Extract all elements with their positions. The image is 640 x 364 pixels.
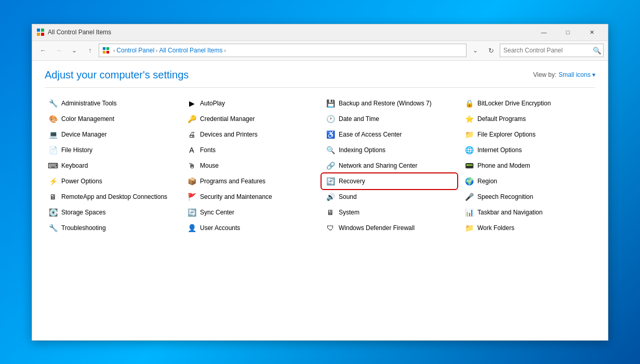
- panel-item-user-accounts[interactable]: 👤 User Accounts: [183, 221, 318, 235]
- divider: [45, 87, 595, 88]
- item-icon: ⭐: [464, 114, 474, 124]
- panel-item-network-and-sharing-center[interactable]: 🔗 Network and Sharing Center: [322, 158, 457, 173]
- item-icon: 📊: [464, 207, 474, 218]
- panel-item-power-options[interactable]: ⚡ Power Options: [45, 174, 179, 188]
- panel-item-devices-and-printers[interactable]: 🖨 Devices and Printers: [183, 127, 318, 142]
- item-icon: ⌨: [48, 160, 58, 171]
- item-label: Internet Options: [477, 146, 522, 154]
- panel-item-backup-and-restore-windows-7[interactable]: 💾 Backup and Restore (Windows 7): [322, 96, 457, 111]
- panel-item-mouse[interactable]: 🖱 Mouse: [183, 158, 318, 173]
- panel-item-ease-of-access-center[interactable]: ♿ Ease of Access Center: [322, 127, 457, 142]
- item-label: Backup and Restore (Windows 7): [339, 100, 432, 107]
- panel-item-programs-and-features[interactable]: 📦 Programs and Features: [183, 174, 318, 188]
- back-button[interactable]: ←: [36, 44, 50, 57]
- panel-item-recovery[interactable]: 🔄 Recovery: [322, 174, 457, 188]
- item-icon: 🛡: [325, 223, 336, 233]
- panel-item-file-explorer-options[interactable]: 📁 File Explorer Options: [461, 127, 595, 142]
- item-icon: 🔄: [186, 207, 197, 218]
- panel-item-system[interactable]: 🖥 System: [322, 205, 457, 220]
- item-label: Phone and Modem: [477, 162, 530, 169]
- panel-item-bitlocker-drive-encryption[interactable]: 🔒 BitLocker Drive Encryption: [461, 96, 595, 111]
- panel-item-autoplay[interactable]: ▶ AutoPlay: [183, 96, 318, 111]
- window-icon: [36, 28, 45, 36]
- refresh-button[interactable]: ↻: [484, 44, 498, 57]
- panel-item-administrative-tools[interactable]: 🔧 Administrative Tools: [45, 96, 179, 111]
- panel-item-work-folders[interactable]: 📁 Work Folders: [461, 221, 595, 235]
- item-label: File Explorer Options: [477, 131, 536, 138]
- minimize-button[interactable]: —: [532, 24, 556, 41]
- window-title: All Control Panel Items: [48, 29, 532, 36]
- up-button[interactable]: ↑: [83, 44, 97, 57]
- panel-item-phone-and-modem[interactable]: 📟 Phone and Modem: [461, 158, 595, 173]
- panel-item-credential-manager[interactable]: 🔑 Credential Manager: [183, 112, 318, 126]
- breadcrumb-all-items[interactable]: All Control Panel Items: [159, 47, 222, 54]
- item-icon: 🔍: [325, 145, 336, 155]
- item-label: Mouse: [200, 162, 219, 169]
- panel-item-color-management[interactable]: 🎨 Color Management: [45, 112, 179, 126]
- panel-item-storage-spaces[interactable]: 💽 Storage Spaces: [45, 205, 179, 220]
- content-area: Adjust your computer's settings View by:…: [32, 61, 608, 340]
- panel-item-sync-center[interactable]: 🔄 Sync Center: [183, 205, 318, 220]
- item-label: Programs and Features: [200, 178, 265, 185]
- item-label: Speech Recognition: [477, 193, 533, 200]
- item-label: AutoPlay: [200, 100, 225, 107]
- maximize-button[interactable]: □: [556, 24, 580, 41]
- item-label: BitLocker Drive Encryption: [477, 100, 551, 107]
- panel-item-troubleshooting[interactable]: 🔧 Troubleshooting: [45, 221, 179, 235]
- breadcrumb-control-panel[interactable]: Control Panel: [116, 47, 154, 54]
- item-icon: 📄: [48, 145, 58, 155]
- panel-item-indexing-options[interactable]: 🔍 Indexing Options: [322, 143, 457, 157]
- item-label: Sound: [339, 193, 357, 200]
- item-label: Recovery: [339, 178, 365, 185]
- svg-rect-3: [41, 33, 44, 36]
- panel-item-device-manager[interactable]: 💻 Device Manager: [45, 127, 179, 142]
- item-label: Default Programs: [477, 115, 526, 123]
- forward-button[interactable]: →: [52, 44, 65, 57]
- item-label: Storage Spaces: [61, 209, 105, 216]
- panel-item-fonts[interactable]: A Fonts: [183, 143, 318, 157]
- view-by-value[interactable]: Small icons ▾: [558, 71, 595, 78]
- panel-item-remoteapp-and-desktop-connections[interactable]: 🖥 RemoteApp and Desktop Connections: [45, 190, 179, 204]
- panel-item-speech-recognition[interactable]: 🎤 Speech Recognition: [461, 190, 595, 204]
- svg-rect-4: [103, 47, 105, 50]
- item-icon: ♿: [325, 129, 336, 140]
- svg-rect-2: [37, 33, 40, 36]
- item-label: Network and Sharing Center: [339, 162, 417, 169]
- item-icon: 🌍: [464, 176, 474, 186]
- panel-item-windows-defender-firewall[interactable]: 🛡 Windows Defender Firewall: [322, 221, 457, 235]
- panel-item-file-history[interactable]: 📄 File History: [45, 143, 179, 157]
- item-label: Indexing Options: [339, 146, 385, 154]
- search-box: 🔍: [500, 44, 604, 57]
- address-dropdown-button[interactable]: ⌄: [469, 44, 482, 57]
- recent-locations-button[interactable]: ⌄: [68, 44, 81, 57]
- panel-item-date-and-time[interactable]: 🕐 Date and Time: [322, 112, 457, 126]
- panel-item-default-programs[interactable]: ⭐ Default Programs: [461, 112, 595, 126]
- item-label: User Accounts: [200, 224, 240, 232]
- item-icon: 🖱: [186, 160, 197, 171]
- panel-item-region[interactable]: 🌍 Region: [461, 174, 595, 188]
- title-bar: All Control Panel Items — □ ✕: [32, 24, 608, 41]
- view-by-label: View by:: [533, 71, 556, 78]
- item-icon: 🎨: [48, 114, 58, 124]
- item-icon: ⚡: [48, 176, 58, 186]
- item-label: Taskbar and Navigation: [477, 209, 542, 216]
- item-icon: 📁: [464, 223, 474, 233]
- breadcrumb: › Control Panel › All Control Panel Item…: [99, 44, 466, 57]
- close-button[interactable]: ✕: [580, 24, 604, 41]
- panel-item-taskbar-and-navigation[interactable]: 📊 Taskbar and Navigation: [461, 205, 595, 220]
- item-icon: 🔊: [325, 192, 336, 202]
- search-input[interactable]: [500, 47, 591, 54]
- panel-item-keyboard[interactable]: ⌨ Keyboard: [45, 158, 179, 173]
- svg-rect-0: [37, 29, 40, 32]
- panel-item-security-and-maintenance[interactable]: 🚩 Security and Maintenance: [183, 190, 318, 204]
- item-label: Ease of Access Center: [339, 131, 402, 138]
- search-button[interactable]: 🔍: [591, 44, 603, 57]
- svg-rect-6: [103, 51, 105, 53]
- item-label: Sync Center: [200, 209, 234, 216]
- svg-rect-1: [41, 29, 44, 32]
- item-icon: 🔧: [48, 223, 58, 233]
- item-label: Devices and Printers: [200, 131, 258, 138]
- panel-item-internet-options[interactable]: 🌐 Internet Options: [461, 143, 595, 157]
- panel-item-sound[interactable]: 🔊 Sound: [322, 190, 457, 204]
- item-label: System: [339, 209, 359, 216]
